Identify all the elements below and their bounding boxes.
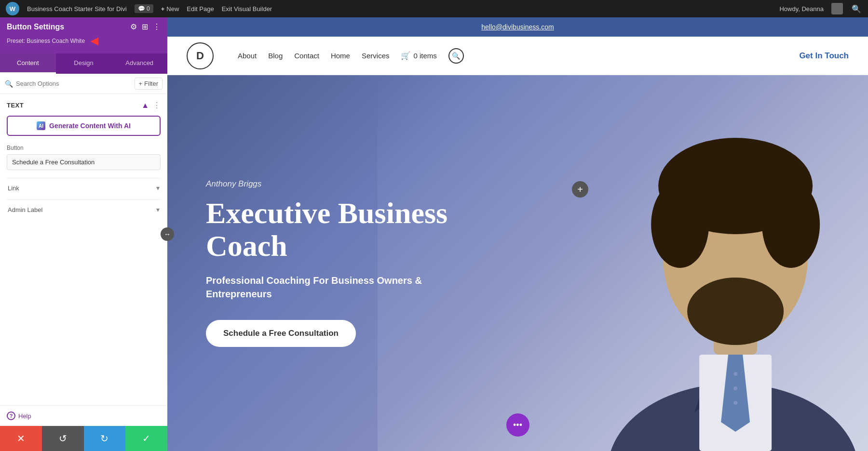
- section-controls: ▲ ⋮: [141, 101, 161, 110]
- cancel-icon: ✕: [17, 433, 25, 444]
- cancel-button[interactable]: ✕: [0, 426, 42, 451]
- wp-search-icon[interactable]: 🔍: [851, 3, 862, 14]
- save-button[interactable]: ✓: [125, 426, 167, 451]
- red-arrow-indicator: ◄: [88, 33, 101, 49]
- svg-point-4: [651, 181, 709, 268]
- ai-generate-button[interactable]: AI Generate Content With AI: [7, 116, 161, 136]
- button-text-field-group: Button: [7, 145, 161, 170]
- panel-header: Button Settings ⚙ ⊞ ⋮ Preset: Business C…: [0, 17, 167, 53]
- wp-logo-icon[interactable]: W: [6, 2, 19, 15]
- tab-content[interactable]: Content: [0, 53, 56, 74]
- panel-header-icons: ⚙ ⊞ ⋮: [130, 22, 161, 31]
- hero-content: Anthony Briggs Executive Business Coach …: [167, 150, 495, 376]
- save-icon: ✓: [142, 433, 150, 444]
- site-logo: D: [187, 42, 214, 69]
- columns-icon[interactable]: ⊞: [142, 22, 148, 31]
- link-section-arrow-icon: ▾: [156, 184, 160, 192]
- section-options-button[interactable]: •••: [506, 413, 529, 437]
- tab-bar: Content Design Advanced: [0, 53, 167, 74]
- site-nav: D About Blog Contact Home Services 🛒 0 i…: [167, 37, 868, 75]
- hero-section: Anthony Briggs Executive Business Coach …: [167, 75, 868, 451]
- settings-icon[interactable]: ⚙: [130, 22, 137, 31]
- hero-title: Executive Business Coach: [206, 197, 457, 262]
- section-more-icon[interactable]: ⋮: [153, 101, 161, 110]
- undo-icon: ↺: [59, 433, 67, 444]
- resize-handle[interactable]: ↔: [161, 227, 174, 241]
- help-icon: ?: [7, 411, 15, 420]
- undo-button[interactable]: ↺: [42, 426, 84, 451]
- button-field-label: Button: [7, 145, 161, 151]
- redo-icon: ↻: [100, 433, 108, 444]
- filter-button[interactable]: + Filter: [135, 78, 163, 90]
- svg-point-12: [733, 386, 737, 390]
- nav-home[interactable]: Home: [331, 52, 350, 60]
- filter-icon: +: [139, 80, 143, 87]
- help-section[interactable]: ? Help: [0, 405, 167, 426]
- hero-cta-button[interactable]: Schedule a Free Consultation: [206, 320, 356, 347]
- nav-services[interactable]: Services: [362, 52, 390, 60]
- hero-person-svg: [483, 75, 868, 451]
- admin-label-section: Admin Label ▾: [7, 199, 161, 219]
- hero-author: Anthony Briggs: [206, 179, 457, 189]
- add-element-button[interactable]: +: [572, 181, 588, 198]
- tab-design[interactable]: Design: [56, 53, 112, 74]
- ai-icon: AI: [37, 121, 45, 130]
- nav-blog[interactable]: Blog: [268, 52, 283, 60]
- svg-point-11: [733, 372, 737, 376]
- section-collapse-icon[interactable]: ▲: [141, 101, 149, 110]
- search-icon: 🔍: [5, 80, 13, 88]
- site-topbar: hello@divibusiness.com: [167, 17, 868, 37]
- preset-label[interactable]: Preset: Business Coach White: [7, 38, 85, 44]
- cart-count: 0 items: [413, 52, 436, 60]
- new-post-button[interactable]: New: [161, 5, 179, 13]
- text-section-title: Text: [7, 102, 24, 109]
- redo-button[interactable]: ↻: [84, 426, 126, 451]
- edit-page-link[interactable]: Edit Page: [187, 5, 214, 13]
- nav-contact[interactable]: Contact: [294, 52, 319, 60]
- exit-visual-builder-link[interactable]: Exit Visual Builder: [222, 5, 272, 13]
- user-avatar[interactable]: [831, 3, 843, 14]
- admin-label-section-header[interactable]: Admin Label ▾: [7, 206, 161, 213]
- nav-search-button[interactable]: 🔍: [448, 48, 464, 64]
- comment-bubble[interactable]: 💬 0: [135, 4, 153, 13]
- svg-point-6: [687, 278, 784, 345]
- admin-label-title: Admin Label: [8, 206, 42, 213]
- text-section-header: Text ▲ ⋮: [7, 101, 161, 110]
- link-section: Link ▾: [7, 178, 161, 198]
- nav-about[interactable]: About: [238, 52, 257, 60]
- howdy-label: Howdy, Deanna: [779, 5, 824, 13]
- main-layout: Button Settings ⚙ ⊞ ⋮ Preset: Business C…: [0, 17, 868, 451]
- link-section-title: Link: [8, 185, 19, 192]
- cart-icon: 🛒: [401, 51, 410, 60]
- search-options-input[interactable]: [16, 80, 132, 87]
- nav-cart[interactable]: 🛒 0 items: [401, 51, 436, 60]
- button-text-input[interactable]: [7, 154, 161, 170]
- link-section-header[interactable]: Link ▾: [7, 184, 161, 192]
- wp-admin-bar: W Business Coach Starter Site for Divi 💬…: [0, 0, 868, 17]
- help-label: Help: [18, 412, 31, 420]
- site-name: Business Coach Starter Site for Divi: [27, 5, 127, 13]
- search-icon: 🔍: [452, 52, 460, 60]
- panel-content: Text ▲ ⋮ AI Generate Content With AI But…: [0, 94, 167, 405]
- panel-title: Button Settings: [7, 23, 64, 31]
- settings-panel: Button Settings ⚙ ⊞ ⋮ Preset: Business C…: [0, 17, 167, 451]
- search-bar: 🔍 + Filter: [0, 74, 167, 94]
- admin-label-arrow-icon: ▾: [156, 206, 160, 213]
- panel-footer: ✕ ↺ ↻ ✓: [0, 426, 167, 451]
- nav-links: About Blog Contact Home Services 🛒 0 ite…: [238, 48, 785, 64]
- site-preview: hello@divibusiness.com D About Blog Cont…: [167, 17, 868, 451]
- preset-row: Preset: Business Coach White ◄: [7, 33, 161, 49]
- tab-advanced[interactable]: Advanced: [111, 53, 167, 74]
- more-options-icon[interactable]: ⋮: [153, 22, 161, 31]
- comment-icon: 💬: [138, 5, 145, 12]
- hero-subtitle: Professional Coaching For Business Owner…: [206, 274, 457, 301]
- svg-point-5: [762, 181, 820, 268]
- get-in-touch-link[interactable]: Get In Touch: [799, 51, 849, 61]
- svg-point-13: [733, 401, 737, 405]
- site-email-link[interactable]: hello@divibusiness.com: [481, 23, 554, 31]
